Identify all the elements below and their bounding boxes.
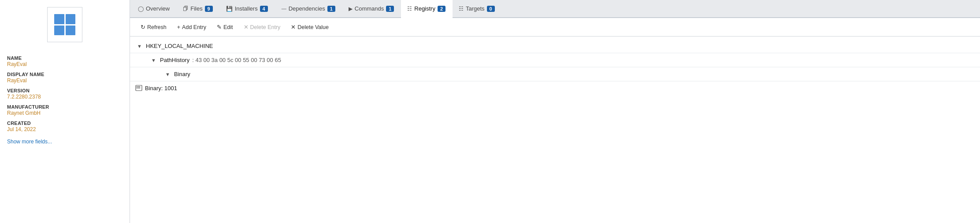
delete-entry-icon: ✕	[244, 24, 249, 30]
manufacturer-value: Raynet GmbH	[7, 110, 122, 116]
tab-installers[interactable]: 💾 Installers 4	[220, 0, 275, 18]
svg-rect-6	[139, 88, 140, 88]
binary-entry[interactable]: Binary: 1001	[130, 82, 980, 94]
root-key-label: HKEY_LOCAL_MACHINE	[146, 43, 213, 49]
version-label: VERSION	[7, 88, 122, 93]
tab-files-badge: 9	[205, 6, 213, 12]
name-value: RayEval	[7, 61, 122, 67]
add-icon: +	[177, 24, 180, 30]
divider	[130, 81, 980, 81]
edit-label: Edit	[223, 24, 233, 30]
path-history-value: : 43 00 3a 00 5c 00 55 00 73 00 65	[192, 57, 281, 63]
tab-files-label: Files	[190, 5, 202, 12]
show-more-link[interactable]: Show more fields...	[7, 139, 52, 145]
clock-icon: ◯	[138, 6, 144, 12]
registry-content: ▼ HKEY_LOCAL_MACHINE ▼ PathHistory : 43 …	[130, 37, 980, 223]
dependency-icon: ⸻	[281, 6, 286, 12]
add-entry-label: Add Entry	[182, 24, 206, 30]
created-label: CREATED	[7, 121, 122, 126]
divider	[130, 53, 980, 53]
tab-registry[interactable]: ☷ Registry 2	[401, 0, 453, 18]
tab-targets-label: Targets	[466, 5, 485, 12]
delete-entry-button[interactable]: ✕ Delete Entry	[239, 22, 285, 33]
refresh-button[interactable]: ↻ Refresh	[136, 22, 171, 33]
tab-installers-badge: 4	[260, 6, 268, 12]
sidebar: NAME RayEval DISPLAY NAME RayEval VERSIO…	[0, 0, 130, 223]
edit-button[interactable]: ✎ Edit	[212, 22, 238, 33]
refresh-icon: ↻	[141, 24, 145, 30]
toolbar: ↻ Refresh + Add Entry ✎ Edit ✕ Delete En…	[130, 18, 980, 37]
display-name-label: DISPLAY NAME	[7, 72, 122, 77]
delete-value-icon: ✕	[291, 24, 296, 30]
tab-files[interactable]: 🗍 Files 9	[177, 0, 219, 18]
add-entry-button[interactable]: + Add Entry	[173, 22, 211, 33]
chevron-down-icon: ▼	[137, 44, 143, 49]
tab-commands-badge: 1	[386, 6, 394, 12]
manufacturer-label: MANUFACTURER	[7, 104, 122, 110]
path-history-key-label: PathHistory	[160, 57, 189, 63]
file-icon: 🗍	[183, 6, 188, 12]
tab-overview[interactable]: ◯ Overview	[132, 0, 177, 18]
svg-rect-2	[138, 86, 139, 87]
svg-rect-5	[139, 86, 140, 87]
created-value: Jul 14, 2022	[7, 126, 122, 132]
installer-icon: 💾	[226, 6, 233, 12]
tab-installers-label: Installers	[235, 5, 258, 12]
registry-root-key[interactable]: ▼ HKEY_LOCAL_MACHINE	[130, 40, 980, 52]
tab-dependencies-badge: 1	[327, 6, 335, 12]
tab-overview-label: Overview	[146, 5, 170, 12]
windows-logo-icon	[54, 14, 75, 35]
registry-icon: ☷	[407, 6, 412, 12]
binary-entry-icon	[135, 84, 142, 91]
registry-binary-folder[interactable]: ▼ Binary	[130, 68, 980, 80]
svg-rect-1	[137, 86, 137, 87]
divider	[130, 67, 980, 67]
app-logo	[47, 7, 82, 42]
svg-rect-3	[137, 88, 137, 88]
registry-path-history-key[interactable]: ▼ PathHistory : 43 00 3a 00 5c 00 55 00 …	[130, 54, 980, 66]
name-label: NAME	[7, 55, 122, 61]
tab-dependencies[interactable]: ⸻ Dependencies 1	[275, 0, 342, 18]
tab-registry-badge: 2	[438, 6, 445, 12]
display-name-value: RayEval	[7, 77, 122, 84]
tab-commands[interactable]: ▶ Commands 1	[342, 0, 401, 18]
delete-value-label: Delete Value	[297, 24, 329, 30]
refresh-label: Refresh	[147, 24, 167, 30]
delete-entry-label: Delete Entry	[250, 24, 281, 30]
svg-rect-4	[138, 88, 139, 88]
sidebar-info: NAME RayEval DISPLAY NAME RayEval VERSIO…	[0, 48, 130, 152]
delete-value-button[interactable]: ✕ Delete Value	[286, 22, 333, 33]
tab-dependencies-label: Dependencies	[289, 5, 325, 12]
tab-targets[interactable]: ☷ Targets 0	[453, 0, 502, 18]
edit-icon: ✎	[217, 24, 222, 30]
tab-commands-label: Commands	[355, 5, 384, 12]
tab-registry-label: Registry	[414, 5, 435, 12]
commands-icon: ▶	[349, 6, 353, 12]
tab-bar: ◯ Overview 🗍 Files 9 💾 Installers 4 ⸻ De…	[130, 0, 980, 18]
binary-folder-label: Binary	[174, 71, 190, 77]
targets-icon: ☷	[459, 6, 464, 12]
tab-targets-badge: 0	[487, 6, 495, 12]
chevron-down-icon: ▼	[165, 72, 171, 77]
version-value: 7.2.2280.2378	[7, 94, 122, 100]
binary-entry-label: Binary: 1001	[145, 85, 177, 91]
chevron-down-icon: ▼	[151, 58, 157, 63]
main-panel: ◯ Overview 🗍 Files 9 💾 Installers 4 ⸻ De…	[130, 0, 980, 223]
